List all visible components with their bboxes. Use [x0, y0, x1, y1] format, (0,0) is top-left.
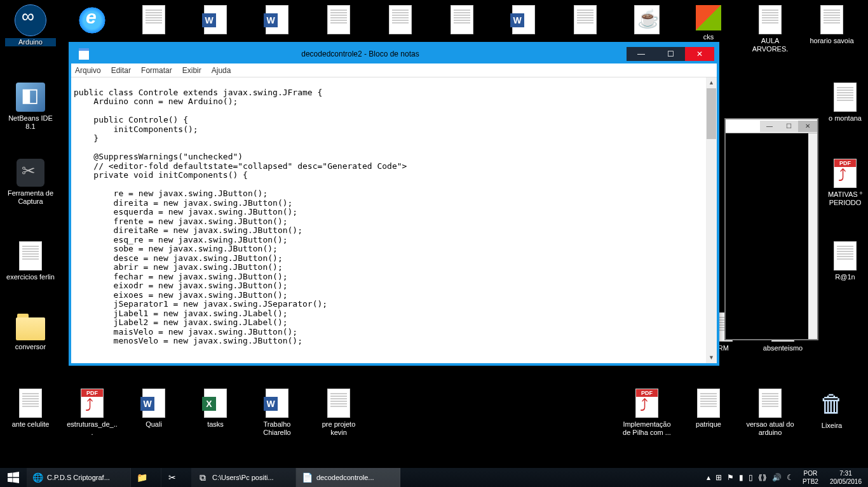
tray-wifi-icon[interactable]: ⟪⟫ [758, 473, 767, 482]
close-button[interactable]: ✕ [685, 47, 714, 61]
maximize-button[interactable]: ☐ [656, 47, 685, 61]
menu-formatar[interactable]: Formatar [141, 66, 172, 75]
tray-sync-icon[interactable]: ☾ [787, 473, 794, 482]
desktop-icon[interactable]: pre projeto kevin [313, 389, 364, 437]
tray-network-icon[interactable]: ▮ [739, 473, 743, 482]
notepad-title: decodedcontrole2 - Bloco de notas [94, 50, 627, 58]
desktop-icon[interactable]: Ferramenta de Captura [5, 159, 56, 206]
desktop-icon[interactable] [621, 5, 672, 37]
desktop-icon[interactable]: conversor [5, 312, 56, 351]
desktop-icon-label: patrique [683, 420, 734, 429]
scroll-thumb[interactable] [707, 88, 716, 139]
desktop-icon[interactable]: Quali [128, 389, 179, 429]
menu-exibir[interactable]: Exibir [182, 66, 201, 75]
desktop-icon[interactable] [190, 5, 241, 37]
minimize-button[interactable]: — [627, 47, 656, 61]
bg-close-button[interactable]: ✕ [798, 121, 817, 132]
menu-editar[interactable]: Editar [111, 66, 131, 75]
tray-show-hidden-icon[interactable]: ▴ [707, 473, 710, 482]
desktop-icon[interactable] [128, 5, 179, 37]
notepad-window[interactable]: decodedcontrole2 - Bloco de notas — ☐ ✕ … [69, 42, 719, 366]
text-icon [574, 5, 597, 34]
desktop-icon[interactable] [498, 5, 549, 37]
scroll-down-icon[interactable]: ▼ [706, 352, 717, 363]
bg-maximize-button[interactable]: ☐ [779, 121, 798, 132]
desktop-icon[interactable]: R@1n [820, 241, 868, 281]
text-icon [759, 389, 782, 418]
taskbar-app[interactable]: ✂ [161, 468, 192, 487]
clock-date: 20/05/2016 [830, 477, 862, 486]
notepad-titlebar[interactable]: decodedcontrole2 - Bloco de notas — ☐ ✕ [71, 44, 717, 63]
word-icon [266, 389, 288, 418]
desktop-icon-label: Trabalho Chiarello [252, 420, 302, 437]
java-icon [634, 5, 660, 34]
desktop-icon[interactable]: o montana [820, 83, 868, 123]
desktop-icon[interactable]: Trabalho Chiarello [252, 389, 302, 437]
text-icon [759, 5, 782, 34]
taskbar-clock[interactable]: 7:31 20/05/2016 [824, 468, 868, 487]
desktop-icon[interactable]: MATIVAS ° PERIODO [820, 159, 868, 207]
pdf-icon [81, 389, 104, 418]
desktop-icon[interactable]: cks [683, 5, 734, 41]
desktop-icon[interactable] [313, 5, 364, 37]
tray-flag-icon[interactable]: ⚑ [727, 473, 734, 482]
background-window[interactable]: — ☐ ✕ [724, 118, 818, 340]
desktop-icon-label: Quali [128, 420, 179, 429]
system-tray[interactable]: ▴ ⊞ ⚑ ▮ ▯ ⟪⟫ 🔊 ☾ [703, 468, 797, 487]
desktop-icon[interactable]: exercicios ferlin [5, 241, 56, 281]
bin-icon [817, 389, 847, 419]
desktop-icon[interactable]: Arduino [5, 5, 56, 46]
taskbar-app[interactable]: ⧉C:\Users\Pc positi... [192, 468, 296, 487]
snip-icon [17, 159, 44, 187]
menu-arquivo[interactable]: Arquivo [75, 66, 101, 75]
bg-scrollbar[interactable] [808, 133, 817, 339]
desktop-icon[interactable]: NetBeans IDE 8.1 [5, 83, 56, 131]
desktop-icon[interactable]: patrique [683, 389, 734, 429]
taskbar: 🌐C.P.D.S Criptograf...📁✂⧉C:\Users\Pc pos… [0, 468, 868, 487]
bg-minimize-button[interactable]: — [760, 121, 779, 132]
notepad-textarea[interactable]: public class Controle extends javax.swin… [71, 77, 706, 363]
text-icon [327, 5, 350, 34]
notepad-icon [79, 48, 89, 60]
tray-action-center-icon[interactable]: ⊞ [715, 473, 722, 482]
desktop-icon[interactable]: horario savoia [806, 5, 857, 45]
bg-window-titlebar[interactable]: — ☐ ✕ [726, 119, 817, 133]
desktop-icon[interactable]: estruturas_de_... [67, 389, 118, 437]
text-icon [834, 241, 857, 270]
desktop-icon-label: conversor [5, 343, 56, 351]
explorer-icon: 📁 [136, 472, 147, 483]
desktop-icon[interactable]: Lixeira [806, 389, 857, 430]
desktop-icon[interactable] [67, 5, 118, 38]
desktop-icon[interactable] [560, 5, 611, 37]
tray-volume-icon[interactable]: 🔊 [772, 473, 782, 482]
notepad-scrollbar[interactable]: ▲ ▼ [706, 77, 717, 363]
desktop-icon[interactable]: Implementação de Pilha com ... [621, 389, 672, 437]
language-indicator[interactable]: POR PTB2 [797, 468, 824, 487]
desktop-icon[interactable]: ante celulite [5, 389, 56, 429]
taskbar-app[interactable]: 🌐C.P.D.S Criptograf... [27, 468, 131, 487]
desktop-icon-label: ante celulite [5, 420, 56, 429]
desktop: ArduinocksAULA ARVORES.horario savoiaNet… [0, 0, 868, 468]
desktop-icon[interactable] [252, 5, 302, 37]
desktop-icon[interactable]: AULA ARVORES. [745, 5, 796, 53]
notepad-icon: 📄 [301, 472, 313, 483]
tray-battery-icon[interactable]: ▯ [749, 473, 753, 482]
menu-ajuda[interactable]: Ajuda [212, 66, 231, 75]
desktop-icon[interactable]: versao atual do arduino [745, 389, 796, 437]
desktop-icon-label: AULA ARVORES. [745, 37, 796, 53]
scroll-up-icon[interactable]: ▲ [706, 77, 717, 88]
taskbar-app-label: decodedcontrole... [316, 474, 374, 481]
desktop-icon-label: R@1n [820, 273, 868, 281]
taskbar-app[interactable]: 📁 [131, 468, 161, 487]
taskbar-app-label: C.P.D.S Criptograf... [47, 474, 110, 481]
ie-icon: 🌐 [32, 472, 43, 483]
desktop-icon[interactable]: tasks [190, 389, 241, 429]
desktop-icon[interactable] [375, 5, 426, 37]
vbox-icon [16, 83, 45, 112]
text-icon [820, 5, 843, 34]
win-icon [696, 5, 721, 30]
desktop-icon[interactable] [437, 5, 487, 37]
start-button[interactable] [0, 468, 27, 487]
snip-icon: ✂ [166, 472, 178, 483]
taskbar-app[interactable]: 📄decodedcontrole... [296, 468, 400, 487]
